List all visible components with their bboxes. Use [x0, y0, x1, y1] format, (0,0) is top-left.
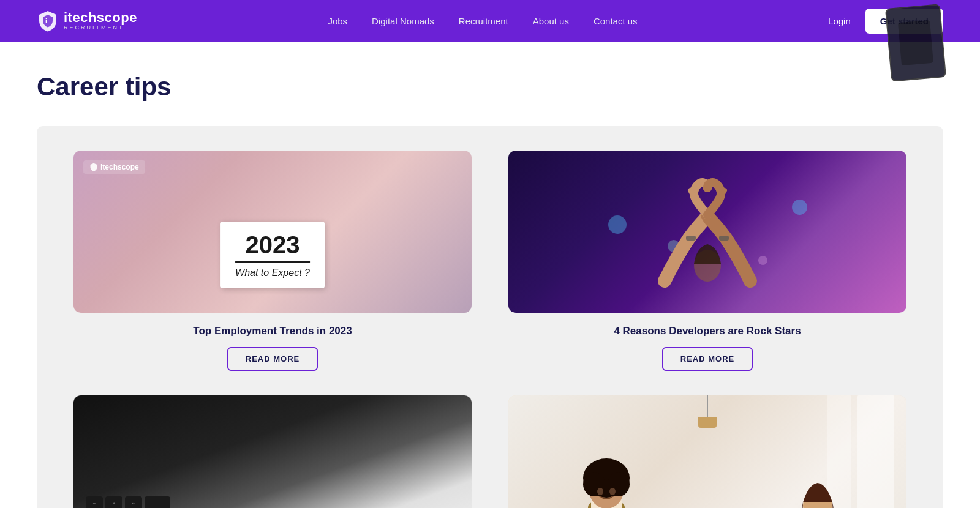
key-wide [145, 496, 170, 508]
bokeh-1 [608, 215, 627, 234]
page-title: Career tips [37, 72, 943, 102]
card-interview: How to Ace Your Next Interview READ MORE [508, 395, 907, 508]
logo-icon: i [37, 10, 59, 32]
cards-section: itechscope 2023 What to Expect ? Top Emp… [37, 126, 943, 508]
logo-text: itechscope RECRUITMENT [64, 10, 137, 31]
card-image-heart [508, 151, 907, 313]
nav-jobs[interactable]: Jobs [328, 16, 347, 26]
card-2023-overlay: 2023 What to Expect ? [221, 222, 325, 288]
svg-point-10 [597, 488, 603, 495]
bokeh-3 [792, 200, 807, 215]
read-more-button-2[interactable]: READ MORE [662, 347, 753, 371]
cards-grid: itechscope 2023 What to Expect ? Top Emp… [74, 151, 907, 508]
key: + [105, 496, 123, 508]
svg-rect-2 [686, 236, 696, 241]
logo-tagline: RECRUITMENT [64, 25, 137, 31]
navbar: i itechscope RECRUITMENT Jobs Digital No… [0, 0, 980, 42]
svg-point-11 [609, 488, 616, 495]
card-employment-trends: itechscope 2023 What to Expect ? Top Emp… [74, 151, 472, 371]
svg-text:i: i [45, 18, 47, 24]
heart-hands-svg [652, 171, 763, 293]
nav-recruitment[interactable]: Recruitment [459, 16, 508, 26]
card-logo-overlay: itechscope [83, 160, 145, 174]
nav-digital-nomads[interactable]: Digital Nomads [372, 16, 434, 26]
page-content: Career tips itechscope 2023 What to Expe… [0, 42, 980, 508]
person-2-svg [790, 435, 845, 508]
nav-about-us[interactable]: About us [533, 16, 569, 26]
svg-rect-3 [719, 236, 729, 241]
window-curtain [858, 395, 894, 508]
card-rock-stars: 4 Reasons Developers are Rock Stars READ… [508, 151, 907, 371]
nav-contact-us[interactable]: Contact us [594, 16, 638, 26]
card-image-2023: itechscope 2023 What to Expect ? [74, 151, 472, 313]
card-title-2: 4 Reasons Developers are Rock Stars [614, 325, 801, 337]
card-image-meeting [508, 395, 907, 508]
logo-name: itechscope [64, 10, 137, 25]
card-image-keyboard: − + ← { } | ; [74, 395, 472, 508]
logo[interactable]: i itechscope RECRUITMENT [37, 10, 137, 32]
keyboard-bg: − + ← { } | ; [74, 395, 472, 508]
keyboard-row-1: − + ← [86, 496, 170, 508]
key: − [86, 496, 103, 508]
read-more-button-1[interactable]: READ MORE [227, 347, 318, 371]
key: ← [125, 496, 142, 508]
nav-links: Jobs Digital Nomads Recruitment About us… [328, 16, 637, 26]
card-tech-skills: − + ← { } | ; [74, 395, 472, 508]
pendant-lamp [698, 417, 717, 428]
card-title-1: Top Employment Trends in 2023 [193, 325, 352, 337]
login-button[interactable]: Login [828, 16, 851, 26]
person-1-svg [570, 423, 643, 508]
pendant-wire [707, 395, 708, 420]
meeting-bg [508, 395, 907, 508]
